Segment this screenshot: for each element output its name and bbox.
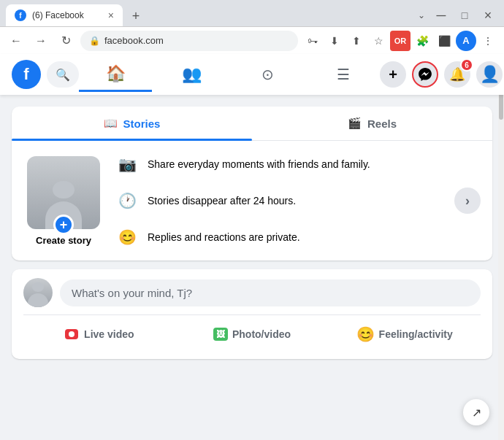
- tab-favicon: f: [15, 9, 26, 21]
- plus-icon: +: [389, 66, 397, 83]
- extensions-button[interactable]: 🧩: [412, 31, 432, 51]
- notifications-button[interactable]: 🔔 6: [444, 61, 470, 88]
- browser-tab[interactable]: f (6) Facebook ×: [6, 4, 123, 26]
- share-button[interactable]: ⬆: [346, 31, 367, 51]
- reels-tab-icon: 🎬: [348, 117, 362, 130]
- live-video-button[interactable]: Live video: [23, 318, 176, 350]
- extension-button[interactable]: OR: [390, 31, 411, 51]
- home-icon: 🏠: [106, 64, 126, 83]
- story-info-private-text: Replies and reactions are private.: [148, 231, 300, 243]
- create-story-card[interactable]: + Create story: [23, 156, 104, 246]
- tab-title: (6) Facebook: [32, 10, 102, 20]
- lock-icon: 🔒: [89, 36, 100, 46]
- tab-close-button[interactable]: ×: [108, 9, 114, 21]
- stories-card: 📖 Stories 🎬 Reels: [12, 107, 492, 260]
- download-button[interactable]: ⬇: [324, 31, 345, 51]
- main-nav: 🏠 👥 ⊙ ☰: [79, 57, 380, 92]
- menu-icon: ☰: [337, 66, 350, 83]
- add-story-button[interactable]: +: [53, 215, 74, 235]
- notification-badge: 6: [460, 58, 473, 72]
- forward-button[interactable]: →: [31, 31, 51, 51]
- live-video-label: Live video: [84, 328, 134, 340]
- replies-icon: 😊: [115, 225, 139, 249]
- browser-profile-button[interactable]: A: [456, 31, 476, 51]
- nav-menu[interactable]: ☰: [307, 57, 380, 92]
- story-info-disappear: 🕐 Stories disappear after 24 hours. ›: [115, 188, 481, 214]
- reels-tab-label: Reels: [367, 117, 397, 130]
- messenger-button[interactable]: [412, 61, 438, 88]
- bookmark-button[interactable]: ☆: [368, 31, 389, 51]
- live-video-icon: [65, 329, 78, 339]
- new-tab-button[interactable]: +: [126, 6, 146, 26]
- chevron-right-icon: ›: [465, 193, 470, 209]
- story-info-share: 📷 Share everyday moments with friends an…: [115, 153, 481, 176]
- friends-icon: 👥: [182, 65, 202, 84]
- feeling-label: Feeling/activity: [379, 328, 453, 340]
- more-button[interactable]: ⋮: [478, 31, 498, 51]
- account-icon: 👤: [480, 65, 500, 84]
- minimize-button[interactable]: ─: [431, 5, 451, 26]
- url-text: facebook.com: [104, 35, 289, 46]
- photo-video-label: Photo/video: [232, 328, 291, 340]
- stories-info: 📷 Share everyday moments with friends an…: [115, 153, 481, 249]
- photo-video-button[interactable]: 🖼 Photo/video: [176, 318, 329, 350]
- nav-friends[interactable]: 👥: [155, 57, 228, 92]
- story-next-button[interactable]: ›: [454, 188, 481, 214]
- search-button[interactable]: 🔍: [47, 61, 79, 88]
- facebook-logo[interactable]: f: [12, 60, 41, 89]
- create-story-label: Create story: [36, 235, 91, 246]
- scroll-top-button[interactable]: ↗: [463, 399, 489, 425]
- watch-icon: ⊙: [261, 66, 274, 83]
- story-info-share-text: Share everyday moments with friends and …: [148, 158, 370, 170]
- create-button[interactable]: +: [380, 61, 406, 88]
- story-info-private: 😊 Replies and reactions are private.: [115, 225, 481, 249]
- post-input[interactable]: What's on your mind, Tj?: [60, 279, 481, 306]
- photo-video-icon: 🖼: [213, 328, 228, 341]
- post-actions: Live video 🖼 Photo/video 😊 Feeling/activ…: [23, 315, 481, 350]
- share-moments-icon: 📷: [115, 153, 139, 176]
- clock-icon: 🕐: [115, 189, 139, 212]
- search-icon: 🔍: [56, 68, 70, 82]
- nav-home[interactable]: 🏠: [79, 57, 152, 92]
- nav-watch[interactable]: ⊙: [231, 57, 304, 92]
- stories-tab-label: Stories: [123, 117, 161, 130]
- stories-tabs: 📖 Stories 🎬 Reels: [12, 107, 492, 141]
- post-placeholder: What's on your mind, Tj?: [72, 287, 192, 299]
- key-button[interactable]: 🗝: [302, 31, 323, 51]
- tab-reels[interactable]: 🎬 Reels: [252, 107, 492, 140]
- feeling-icon: 😊: [356, 325, 375, 343]
- window-chevron-icon: ⌄: [415, 10, 428, 20]
- story-info-disappear-text: Stories disappear after 24 hours.: [148, 195, 296, 207]
- close-button[interactable]: ×: [478, 5, 498, 26]
- back-button[interactable]: ←: [6, 31, 26, 51]
- maximize-button[interactable]: □: [454, 5, 475, 26]
- cast-button[interactable]: ⬛: [434, 31, 454, 51]
- stories-tab-icon: 📖: [104, 117, 118, 130]
- tab-stories[interactable]: 📖 Stories: [12, 107, 252, 140]
- scroll-top-icon: ↗: [472, 406, 481, 420]
- user-avatar: [23, 278, 53, 307]
- messenger-icon: [418, 67, 432, 82]
- feeling-activity-button[interactable]: 😊 Feeling/activity: [328, 318, 481, 350]
- url-bar[interactable]: 🔒 facebook.com: [80, 31, 298, 51]
- account-button[interactable]: 👤: [476, 61, 503, 88]
- post-card: What's on your mind, Tj? Live video 🖼 Ph…: [12, 269, 492, 359]
- reload-button[interactable]: ↻: [56, 31, 76, 51]
- page-scrollbar[interactable]: [498, 54, 504, 440]
